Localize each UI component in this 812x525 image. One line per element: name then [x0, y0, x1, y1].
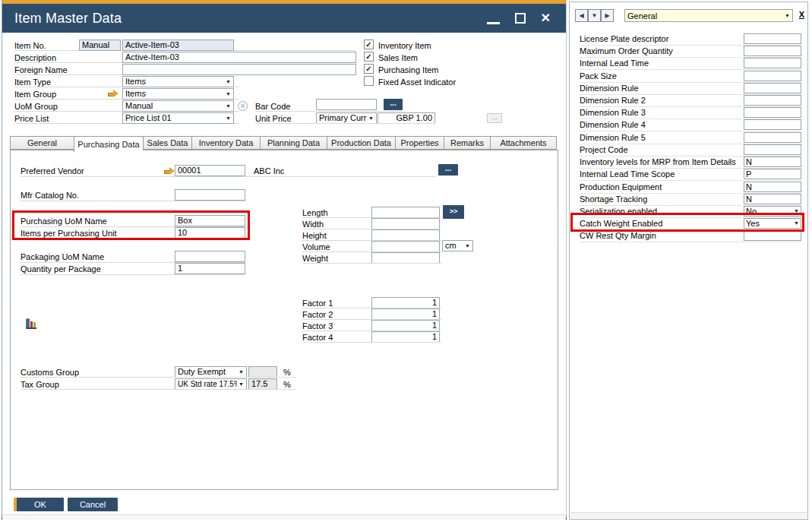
checkbox-sales-item[interactable]: ✓: [364, 52, 374, 62]
field-label: Pack Size: [580, 71, 617, 81]
length-field[interactable]: [371, 207, 440, 218]
packaging-uom-name-label: Packaging UoM Name: [21, 252, 104, 261]
dimension-rule-4-field[interactable]: [744, 119, 801, 130]
tab-inventory-data[interactable]: Inventory Data: [191, 136, 260, 150]
pack-size-field[interactable]: [744, 71, 801, 81]
minimize-icon[interactable]: [487, 22, 500, 24]
tab-attachments[interactable]: Attachments: [490, 136, 557, 150]
height-field[interactable]: [371, 229, 440, 241]
quantity-per-package-field[interactable]: 1: [175, 263, 245, 274]
bar-code-browse-button[interactable]: ...: [384, 99, 403, 110]
purchasing-uom-name-field[interactable]: Box: [175, 215, 245, 226]
field-label: Inventory levels for MRP from Item Detai…: [580, 157, 736, 166]
item-no-mode-field[interactable]: Manual: [79, 40, 121, 51]
factor-1-field[interactable]: 1: [371, 297, 440, 308]
dropdown-arrow-icon: ▼: [226, 113, 231, 123]
field-row: Dimension Rule: [580, 83, 801, 95]
tab-remarks[interactable]: Remarks: [444, 136, 490, 150]
tab-general[interactable]: General: [10, 136, 74, 150]
tab-planning-data[interactable]: Planning Data: [260, 136, 327, 150]
internal-lead-time-scope-field[interactable]: P: [744, 169, 801, 179]
serialization-enabled-dropdown[interactable]: No ▼: [744, 206, 801, 217]
item-group-link-arrow-icon[interactable]: [108, 90, 118, 97]
uom-group-list-icon[interactable]: ≡: [238, 101, 248, 111]
preferred-vendor-browse-button[interactable]: ...: [438, 164, 458, 176]
maximum-order-quantity-field[interactable]: [744, 46, 801, 56]
field-label: Internal Lead Time Scope: [580, 169, 675, 179]
field-row: Internal Lead Time: [580, 58, 801, 70]
nav-next-icon[interactable]: ▶: [601, 9, 614, 22]
factor-2-field[interactable]: 1: [371, 308, 440, 320]
catch-weight-enabled-dropdown[interactable]: Yes ▼: [744, 218, 801, 229]
uom-group-dropdown[interactable]: Manual ▼: [122, 100, 234, 112]
category-selector-dropdown[interactable]: General ▼: [624, 9, 793, 22]
item-type-dropdown[interactable]: Items ▼: [122, 76, 234, 87]
field-label: Shortage Tracking: [580, 195, 647, 204]
nav-prev-icon[interactable]: ◀: [575, 9, 588, 22]
dimension-rule-field[interactable]: [744, 83, 801, 93]
field-row: Project Code: [580, 144, 801, 157]
tax-group-dropdown[interactable]: UK Std rate 17.5% ▼: [175, 378, 247, 390]
catch-weight-enabled-value: Yes: [746, 219, 792, 228]
volume-field[interactable]: [371, 241, 440, 252]
volume-unit-dropdown[interactable]: cm ▼: [442, 240, 473, 251]
dropdown-arrow-icon: ▼: [239, 367, 244, 377]
dimension-rule-5-field[interactable]: [744, 132, 801, 143]
field-label: CW Rest Qty Margin: [580, 231, 656, 240]
price-list-label: Price List: [14, 114, 49, 123]
shortage-tracking-field[interactable]: N: [744, 194, 801, 204]
preferred-vendor-code-field[interactable]: 00001: [175, 165, 245, 176]
close-icon[interactable]: ✕: [541, 12, 551, 24]
license-plate-descriptor-field[interactable]: [744, 33, 801, 44]
ok-button[interactable]: OK: [14, 498, 64, 511]
description-field[interactable]: Active-Item-03: [122, 52, 356, 63]
cw-rest-qty-margin-field[interactable]: [744, 230, 801, 241]
project-code-field[interactable]: [744, 144, 801, 155]
unit-price-browse-button[interactable]: ...: [487, 113, 502, 123]
customs-group-dropdown[interactable]: Duty Exempt ▼: [175, 366, 247, 378]
dimension-rule-3-field[interactable]: [744, 107, 801, 118]
expand-dimensions-button[interactable]: >>: [443, 205, 464, 219]
field-row: Dimension Rule 2: [580, 95, 801, 107]
checkbox-fixed-asset-indicator[interactable]: [364, 76, 374, 86]
tab-properties[interactable]: Properties: [395, 136, 444, 150]
unit-price-field[interactable]: GBP 1.00: [378, 112, 435, 124]
dimension-rule-2-field[interactable]: [744, 95, 801, 106]
price-list-dropdown[interactable]: Price List 01 ▼: [122, 112, 234, 124]
tab-production-data[interactable]: Production Data: [327, 136, 395, 150]
items-per-purchasing-unit-field[interactable]: 10: [175, 227, 245, 239]
inventory-levels-mrp-field[interactable]: N: [744, 157, 801, 167]
tab-purchasing-data[interactable]: Purchasing Data: [74, 136, 143, 152]
bar-chart-icon: [26, 318, 39, 330]
item-group-dropdown[interactable]: Items ▼: [122, 88, 234, 100]
checkbox-inventory-item[interactable]: ✓: [364, 40, 374, 49]
tab-sales-data[interactable]: Sales Data: [143, 136, 191, 150]
internal-lead-time-field[interactable]: [744, 58, 801, 68]
item-master-data-window: Item Master Data ✕ Item No. Description …: [2, 0, 567, 520]
checkbox-purchasing-item[interactable]: ✓: [364, 64, 374, 74]
field-row: Serialization enabled No ▼: [580, 206, 801, 218]
item-no-field[interactable]: Active-Item-03: [122, 40, 234, 51]
mfr-catalog-no-field[interactable]: [175, 189, 245, 201]
factor-3-field[interactable]: 1: [371, 320, 440, 331]
divider: [21, 377, 296, 378]
unit-price-currency-dropdown[interactable]: Primary Curr ▼: [316, 112, 377, 124]
foreign-name-field[interactable]: [122, 64, 356, 75]
field-label: Production Equipment: [580, 182, 662, 191]
bar-code-field[interactable]: [316, 99, 377, 110]
nav-down-icon[interactable]: ▼: [588, 9, 601, 22]
packaging-uom-name-field[interactable]: [175, 251, 245, 262]
width-field[interactable]: [371, 218, 440, 229]
production-equipment-field[interactable]: N: [744, 182, 801, 192]
panel-close-button[interactable]: X: [796, 9, 807, 21]
cancel-button[interactable]: Cancel: [68, 498, 118, 511]
purchasing-data-panel: Preferred Vendor 00001 ABC Inc ... Mfr C…: [10, 150, 558, 490]
item-group-value: Items: [125, 89, 224, 99]
factor-4-field[interactable]: 1: [371, 331, 440, 343]
preferred-vendor-link-arrow-icon[interactable]: [164, 167, 175, 175]
maximize-icon[interactable]: [515, 13, 526, 24]
weight-field[interactable]: [371, 252, 440, 264]
field-label: Serialization enabled: [580, 207, 657, 216]
dropdown-arrow-icon: ▼: [794, 207, 799, 216]
divider: [302, 342, 441, 343]
